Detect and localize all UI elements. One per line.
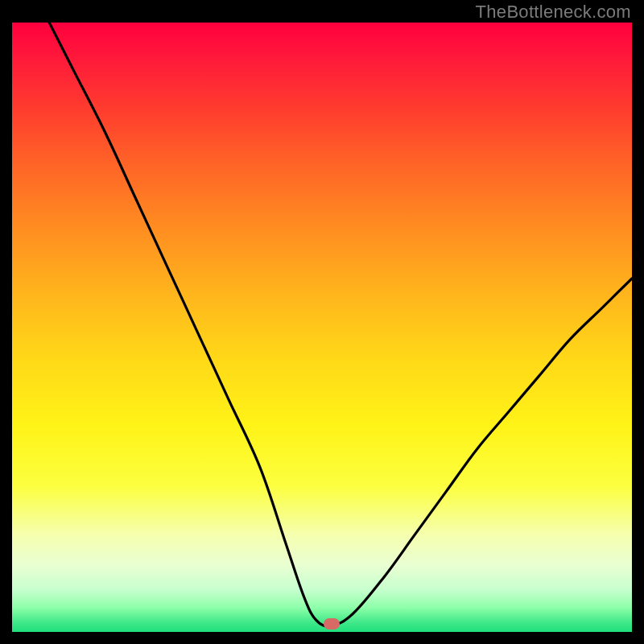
curve-layer bbox=[12, 23, 632, 632]
chart-frame: TheBottleneck.com bbox=[0, 0, 644, 644]
watermark-text: TheBottleneck.com bbox=[476, 2, 631, 23]
optimum-marker bbox=[324, 618, 340, 630]
bottleneck-curve bbox=[49, 23, 632, 626]
plot-area bbox=[12, 23, 632, 632]
